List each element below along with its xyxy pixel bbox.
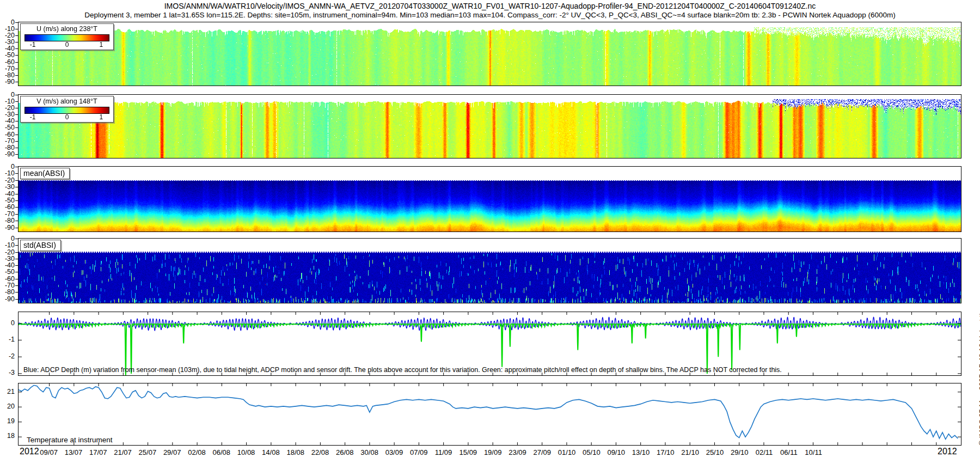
depth-tick-label: -50 <box>0 269 15 275</box>
x-date-label: 29/10 <box>731 448 749 456</box>
depth-tick-mark <box>15 245 18 246</box>
depth-tick-label: -20 <box>0 177 15 184</box>
depth-tick-mark <box>15 35 18 36</box>
figure-title: IMOS/ANMN/WA/WATR10/Velocity/IMOS_ANMN-W… <box>0 2 980 10</box>
depth-tick-mark <box>15 239 18 239</box>
u-legend-title: U (m/s) along 238°T <box>21 25 113 33</box>
depth-tick-label: -90 <box>0 151 15 157</box>
dv-ytick-label: -1 <box>0 336 15 343</box>
dv-ytick-label: -2 <box>0 353 15 360</box>
depth-tick-mark <box>15 200 18 201</box>
depth-tick-mark <box>15 272 18 272</box>
x-axis-year-left: 2012 <box>20 447 39 456</box>
x-date-label: 02/08 <box>188 448 206 456</box>
depth-tick-mark <box>15 279 18 279</box>
u-velocity-legend: U (m/s) along 238°T -1 0 1 <box>20 23 114 50</box>
depth-tick-label: -50 <box>0 124 15 131</box>
x-date-label: 09/10 <box>607 448 625 456</box>
depth-tick-mark <box>15 252 18 253</box>
x-date-label: 27/09 <box>533 448 551 456</box>
x-date-label: 25/07 <box>139 448 157 456</box>
x-date-label: 21/07 <box>114 448 132 456</box>
x-date-label: 23/09 <box>509 448 526 456</box>
x-date-label: 29/07 <box>163 448 181 456</box>
depth-tick-label: -60 <box>0 59 15 65</box>
depth-tick-label: -50 <box>0 52 15 58</box>
temp-ytick-label: 20 <box>0 403 15 410</box>
colorbar-tick-label: 0 <box>65 113 69 121</box>
depth-tick-mark <box>15 114 18 115</box>
x-date-label: 21/10 <box>681 448 699 456</box>
depth-tick-mark <box>15 22 18 23</box>
depth-tick-mark <box>15 121 18 121</box>
depth-tick-mark <box>15 75 18 76</box>
depth-tick-label: -80 <box>0 217 15 224</box>
x-date-label: 07/09 <box>410 448 428 456</box>
depth-tick-mark <box>15 48 18 49</box>
depth-tick-mark <box>15 69 18 69</box>
depth-tick-mark <box>15 299 18 300</box>
depth-tick-label: -10 <box>0 170 15 176</box>
depth-tick-label: -90 <box>0 78 15 85</box>
depth-tick-mark <box>15 167 18 167</box>
depth-tick-label: -80 <box>0 289 15 295</box>
depth-tick-label: -70 <box>0 282 15 289</box>
depth-tick-mark <box>15 221 18 221</box>
figure-subtitle: Deployment 3, member 1 lat=31.65S lon=11… <box>0 11 980 19</box>
panel-v-velocity: V (m/s) along 148°T -1 0 1 <box>18 94 961 159</box>
panel-temperature: Temperature at instrument <box>18 383 961 446</box>
x-date-label: 10/08 <box>237 448 255 456</box>
temp-ytick-label: 21 <box>0 388 15 395</box>
x-date-label: 15/09 <box>460 448 477 456</box>
colorbar-tick-label: -1 <box>30 113 36 121</box>
x-date-label: 13/07 <box>65 448 83 456</box>
depth-tick-mark <box>15 55 18 56</box>
temp-ytick-label: 19 <box>0 418 15 424</box>
depth-tick-label: 0 <box>0 235 15 242</box>
x-date-label: 30/08 <box>360 448 378 456</box>
x-date-label: 26/08 <box>336 448 354 456</box>
x-date-label: 10/11 <box>805 448 822 456</box>
panel-depth-variation: Blue: ADCP Depth (m) variation from sens… <box>18 312 961 376</box>
panel-mean-absi: mean(ABSI) <box>18 166 961 232</box>
temperature-label: Temperature at instrument <box>27 436 113 444</box>
x-date-label: 14/08 <box>262 448 280 456</box>
x-axis-year-right: 2012 <box>938 447 957 456</box>
depth-tick-label: -80 <box>0 72 15 78</box>
temp-ytick-label: 18 <box>0 432 15 439</box>
dv-ytick-label: 0 <box>0 320 15 326</box>
std-absi-label: std(ABSI) <box>20 240 61 251</box>
depth-tick-label: -70 <box>0 65 15 72</box>
depth-tick-mark <box>15 259 18 259</box>
depth-tick-mark <box>15 154 18 155</box>
depth-tick-label: -50 <box>0 197 15 204</box>
depth-tick-mark <box>15 207 18 208</box>
depth-tick-mark <box>15 180 18 181</box>
depth-tick-label: -30 <box>0 255 15 262</box>
std-absi-heatmap <box>19 239 961 303</box>
depth-tick-mark <box>15 108 18 108</box>
colorbar-tick-label: 1 <box>100 113 103 121</box>
x-date-label: 02/11 <box>756 448 773 456</box>
depth-tick-mark <box>15 101 18 102</box>
depth-tick-mark <box>15 141 18 142</box>
depth-tick-label: -40 <box>0 191 15 197</box>
depth-tick-label: -70 <box>0 138 15 144</box>
depth-tick-mark <box>15 173 18 174</box>
depth-tick-mark <box>15 228 18 228</box>
depth-tick-mark <box>15 82 18 82</box>
x-date-label: 06/08 <box>213 448 231 456</box>
depth-tick-label: -60 <box>0 204 15 210</box>
depth-tick-label: -10 <box>0 242 15 248</box>
x-date-label: 03/09 <box>385 448 403 456</box>
depth-tick-label: -90 <box>0 224 15 231</box>
depth-tick-mark <box>15 148 18 148</box>
v-velocity-legend: V (m/s) along 148°T -1 0 1 <box>20 96 114 123</box>
depth-tick-mark <box>15 42 18 42</box>
depth-tick-mark <box>15 29 18 29</box>
x-date-label: 13/10 <box>632 448 650 456</box>
depth-tick-mark <box>15 194 18 194</box>
depth-tick-label: -60 <box>0 131 15 138</box>
depth-tick-mark <box>15 187 18 187</box>
depth-tick-mark <box>15 285 18 286</box>
